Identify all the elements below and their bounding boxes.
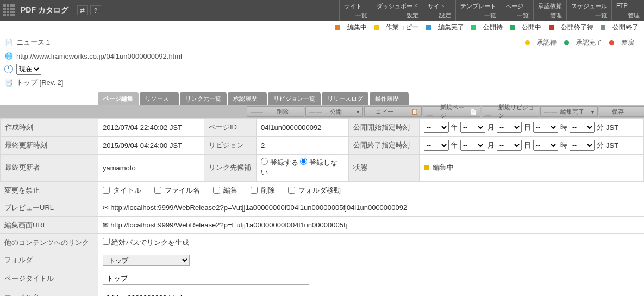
- folder-label: フォルダ: [0, 251, 98, 269]
- tab-link-list[interactable]: リンク元一覧: [180, 92, 227, 105]
- pubend-day[interactable]: --: [497, 140, 522, 151]
- state-label: 状態: [349, 155, 420, 181]
- tab-approval-history[interactable]: 承認履歴: [228, 92, 267, 105]
- pubstart-controls: --年 --月 --日 --時 --分 JST: [420, 119, 644, 137]
- form-table: 変更を禁止 タイトル ファイル名 編集 削除 フォルダ移動 プレビューURL ✉…: [0, 181, 644, 296]
- mail-icon[interactable]: ✉: [103, 203, 109, 212]
- filename-label: ファイル名: [0, 288, 98, 297]
- app-grid-icon[interactable]: [3, 4, 15, 16]
- action-bar: — —削除 — —公開▾ コピー📋 — —新規ページ📄 — —新規リビジョン —…: [0, 105, 644, 118]
- status-legend-1: 編集中 作業コピー 編集完了 公開待 公開中 公開終了待 公開終了: [0, 21, 644, 33]
- nav-schedule[interactable]: スケジュール一覧: [566, 0, 611, 21]
- tab-operation-history[interactable]: 操作履歴: [370, 92, 409, 105]
- pubend-minute[interactable]: --: [570, 140, 595, 151]
- preview-url-value: http://localhost:9999/WebRelease2?p=Vutj…: [110, 203, 407, 212]
- revision-breadcrumb: トップ [Rev. 2]: [16, 78, 63, 88]
- edit-url-value: http://localhost:9999/WebRelease2?p=Eutj…: [110, 221, 347, 229]
- edit-done-button[interactable]: — —編集完了▾: [540, 106, 598, 117]
- abspath-checkbox[interactable]: [103, 238, 110, 245]
- pubend-hour[interactable]: --: [533, 140, 558, 151]
- edit-url-label: 編集画面URL: [0, 217, 98, 234]
- nav-page-list[interactable]: ページ一覧: [501, 0, 533, 21]
- state-value: 編集中: [420, 155, 644, 181]
- revision-label: リビジョン: [204, 137, 257, 155]
- pubstart-day[interactable]: --: [497, 122, 522, 133]
- new-page-button[interactable]: — —新規ページ📄: [423, 106, 480, 117]
- created-label: 作成時刻: [1, 119, 98, 137]
- time-select[interactable]: 現在: [16, 64, 41, 75]
- help-icon[interactable]: ?: [90, 5, 101, 15]
- lock-foldermove-checkbox[interactable]: [288, 187, 295, 194]
- filename-input[interactable]: [103, 292, 309, 296]
- tab-strip: ページ編集 リソース リンク元一覧 承認履歴 リビジョン一覧 リリースログ 操作…: [98, 92, 644, 105]
- tab-page-edit[interactable]: ページ編集: [98, 92, 139, 105]
- preview-url-label: プレビューURL: [0, 199, 98, 217]
- lock-delete-checkbox[interactable]: [251, 187, 258, 194]
- pubend-controls: --年 --月 --日 --時 --分 JST: [420, 137, 644, 155]
- created-value: 2012/07/04 22:40:02 JST: [98, 119, 204, 137]
- pubend-month[interactable]: --: [460, 140, 485, 151]
- pubstart-year[interactable]: --: [424, 122, 449, 133]
- updater-label: 最終更新者: [1, 155, 98, 181]
- pubstart-minute[interactable]: --: [570, 122, 595, 133]
- folder-select[interactable]: トップ: [103, 255, 190, 266]
- linkcand-value: 登録する 登録しない: [257, 155, 349, 181]
- window-toggle-icon[interactable]: ⇄: [77, 5, 88, 15]
- delete-button[interactable]: — —削除: [247, 106, 304, 117]
- nav-site-list[interactable]: サイト一覧: [339, 0, 372, 21]
- updater-value: yamamoto: [98, 155, 204, 181]
- dropdown-icon: ▾: [591, 109, 594, 115]
- nav-ftp[interactable]: FTP管理: [611, 0, 644, 21]
- nav-template-list[interactable]: テンプレート一覧: [455, 0, 501, 21]
- tab-resource[interactable]: リソース: [140, 92, 179, 105]
- pubend-label: 公開終了指定時刻: [349, 137, 420, 155]
- top-bar: PDF カタログ ⇄ ? サイト一覧 ダッシュボード設定 サイト設定 テンプレー…: [0, 0, 644, 21]
- rev-icon: 📑: [4, 78, 13, 87]
- top-nav: サイト一覧 ダッシュボード設定 サイト設定 テンプレート一覧 ページ一覧 承認依…: [339, 0, 644, 21]
- page-icon: 📄: [4, 38, 13, 47]
- updated-label: 最終更新時刻: [1, 137, 98, 155]
- page-url: http://www.frameworks.co.jp/04l1un000000…: [16, 52, 182, 60]
- save-button[interactable]: 保存▾: [599, 106, 644, 117]
- newpage-icon: 📄: [470, 109, 477, 115]
- page-name: ニュース１: [16, 38, 52, 47]
- revision-value: 2: [257, 137, 349, 155]
- linkcand-no-radio[interactable]: [300, 158, 307, 165]
- copy-icon: 📋: [411, 109, 418, 115]
- updated-value: 2015/09/04 04:24:00 JST: [98, 137, 204, 155]
- pagetitle-input[interactable]: [103, 273, 309, 285]
- tab-release-log[interactable]: リリースログ: [322, 92, 368, 105]
- lock-filename-checkbox[interactable]: [154, 187, 161, 194]
- pubstart-month[interactable]: --: [460, 122, 485, 133]
- nav-dashboard[interactable]: ダッシュボード設定: [372, 0, 423, 21]
- lock-title-checkbox[interactable]: [103, 187, 110, 194]
- pageid-label: ページID: [204, 119, 257, 137]
- tab-revision-list[interactable]: リビジョン一覧: [268, 92, 321, 105]
- linkcand-label: リンク先候補: [204, 155, 257, 181]
- globe-icon: 🌐: [4, 52, 13, 60]
- lock-edit-checkbox[interactable]: [213, 187, 220, 194]
- pubstart-hour[interactable]: --: [533, 122, 558, 133]
- new-revision-button[interactable]: — —新規リビジョン: [482, 106, 539, 117]
- copy-button[interactable]: コピー📋: [364, 106, 422, 117]
- pubstart-label: 公開開始指定時刻: [349, 119, 420, 137]
- lock-label: 変更を禁止: [0, 182, 98, 199]
- mail-icon[interactable]: ✉: [103, 221, 109, 229]
- publish-button[interactable]: — —公開▾: [305, 106, 363, 117]
- linkcand-yes-radio[interactable]: [261, 158, 268, 165]
- otherlink-label: 他のコンテンツへのリンク: [0, 234, 98, 251]
- nav-site-settings[interactable]: サイト設定: [423, 0, 455, 21]
- pubend-year[interactable]: --: [424, 140, 449, 151]
- dropdown-icon: ▾: [357, 109, 359, 115]
- info-table: 作成時刻 2012/07/04 22:40:02 JST ページID 04l1u…: [0, 118, 644, 181]
- clock-icon: [4, 65, 13, 73]
- app-title: PDF カタログ: [18, 5, 68, 15]
- pageid-value: 04l1un0000000092: [257, 119, 349, 137]
- approval-legend: 承認待 承認完了 差戻: [520, 36, 640, 48]
- pagetitle-label: ページタイトル: [0, 269, 98, 288]
- nav-approval[interactable]: 承認依頼管理: [533, 0, 566, 21]
